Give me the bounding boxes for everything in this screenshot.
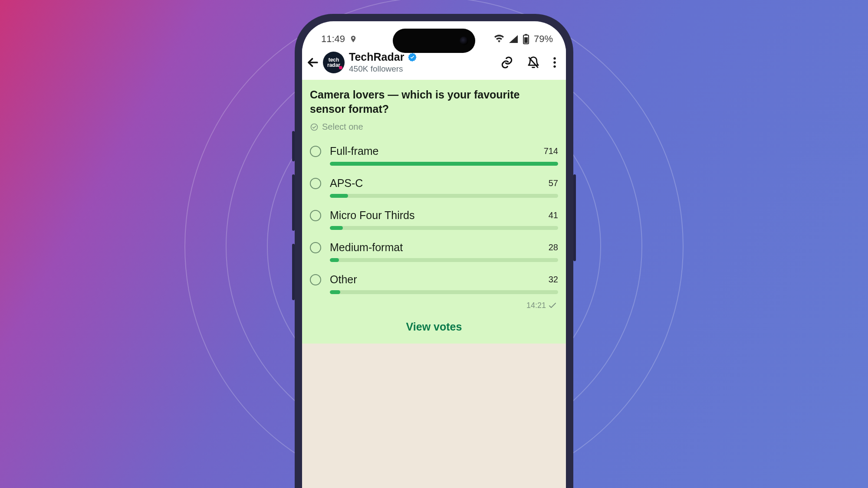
svg-point-4 bbox=[553, 61, 556, 63]
svg-point-6 bbox=[311, 124, 318, 130]
poll-bar-track bbox=[330, 194, 558, 198]
poll-bar-track bbox=[330, 226, 558, 230]
svg-point-5 bbox=[553, 65, 556, 67]
poll-options: Full-frame 714 APS-C 57 Micro Fo bbox=[310, 139, 558, 299]
phone-side-button bbox=[292, 131, 295, 161]
phone-side-button bbox=[292, 174, 295, 231]
poll-option-label: Medium-format bbox=[330, 241, 544, 254]
status-time: 11:49 bbox=[321, 33, 345, 45]
poll-option-label: APS-C bbox=[330, 177, 544, 190]
poll-option-label: Other bbox=[330, 273, 544, 286]
select-one-label: Select one bbox=[322, 122, 363, 132]
select-one-hint: Select one bbox=[310, 122, 558, 132]
avatar-accent-dot bbox=[339, 66, 342, 69]
poll-option[interactable]: APS-C 57 bbox=[310, 171, 558, 203]
svg-rect-1 bbox=[525, 34, 527, 36]
radio-unchecked-icon[interactable] bbox=[310, 274, 321, 285]
battery-icon bbox=[523, 34, 529, 44]
poll-option-count: 32 bbox=[549, 275, 558, 285]
phone-screen: 11:49 79% bbox=[302, 21, 566, 488]
sent-check-icon bbox=[549, 303, 556, 309]
status-battery-pct: 79% bbox=[534, 33, 553, 45]
channel-info[interactable]: TechRadar 450K followers bbox=[349, 51, 497, 74]
poll-meta: 14:21 bbox=[310, 299, 558, 311]
poll-bar-fill bbox=[330, 226, 343, 230]
wifi-icon bbox=[494, 35, 504, 43]
radio-unchecked-icon[interactable] bbox=[310, 146, 321, 157]
radio-unchecked-icon[interactable] bbox=[310, 242, 321, 253]
radio-unchecked-icon[interactable] bbox=[310, 210, 321, 221]
poll-bar-fill bbox=[330, 194, 348, 198]
channel-followers: 450K followers bbox=[349, 64, 497, 74]
phone-side-button bbox=[573, 174, 576, 261]
phone-side-button bbox=[292, 244, 295, 300]
radio-unchecked-icon[interactable] bbox=[310, 178, 321, 189]
poll-bar-track bbox=[330, 290, 558, 294]
poll-timestamp: 14:21 bbox=[526, 301, 546, 310]
view-votes-button[interactable]: View votes bbox=[310, 311, 558, 339]
poll-option-count: 41 bbox=[549, 210, 558, 220]
poll-bar-track bbox=[330, 258, 558, 262]
cellular-icon bbox=[509, 35, 518, 43]
poll-bar-track bbox=[330, 162, 558, 166]
phone-notch bbox=[393, 29, 475, 53]
svg-rect-2 bbox=[524, 37, 528, 43]
phone-frame: 11:49 79% bbox=[295, 14, 573, 488]
poll-option-count: 57 bbox=[549, 178, 558, 188]
poll-option-label: Full-frame bbox=[330, 145, 539, 157]
avatar-text: tech radar bbox=[327, 57, 340, 68]
channel-avatar[interactable]: tech radar bbox=[323, 52, 345, 73]
poll-bar-fill bbox=[330, 162, 558, 166]
location-icon bbox=[349, 34, 357, 44]
poll-option[interactable]: Full-frame 714 bbox=[310, 139, 558, 171]
verified-badge-icon bbox=[408, 52, 417, 62]
check-circle-icon bbox=[310, 123, 319, 131]
poll-card: Camera lovers — which is your favourite … bbox=[302, 80, 566, 344]
poll-option[interactable]: Micro Four Thirds 41 bbox=[310, 203, 558, 235]
poll-option[interactable]: Other 32 bbox=[310, 267, 558, 299]
link-button[interactable] bbox=[500, 56, 514, 69]
channel-name: TechRadar bbox=[349, 51, 404, 63]
poll-option-count: 28 bbox=[549, 242, 558, 252]
svg-point-3 bbox=[553, 57, 556, 59]
poll-option-label: Micro Four Thirds bbox=[330, 209, 544, 222]
back-button[interactable] bbox=[306, 55, 320, 70]
chat-area: Camera lovers — which is your favourite … bbox=[302, 80, 566, 488]
poll-option-count: 714 bbox=[544, 146, 558, 156]
stage: 11:49 79% bbox=[0, 0, 868, 488]
camera-dot bbox=[460, 36, 468, 45]
mute-button[interactable] bbox=[527, 56, 540, 69]
poll-option[interactable]: Medium-format 28 bbox=[310, 235, 558, 267]
poll-bar-fill bbox=[330, 290, 340, 294]
poll-bar-fill bbox=[330, 258, 339, 262]
more-button[interactable] bbox=[553, 56, 556, 69]
poll-question: Camera lovers — which is your favourite … bbox=[310, 86, 558, 118]
